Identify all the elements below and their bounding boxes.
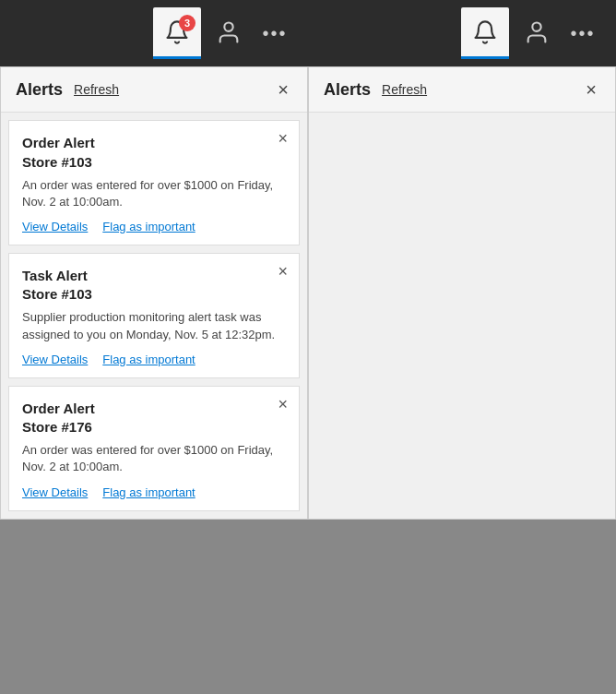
alert-2-flag-link[interactable]: Flag as important (102, 353, 195, 366)
right-ellipsis-icon: ••• (570, 23, 595, 44)
alert-1-flag-link[interactable]: Flag as important (102, 220, 195, 233)
svg-point-1 (532, 22, 540, 30)
bell-badge: 3 (179, 15, 195, 31)
right-close-button[interactable]: × (582, 78, 600, 101)
alert-3-actions: View Details Flag as important (22, 485, 286, 499)
left-alerts-panel: Alerts Refresh × × Order Alert Store #10… (0, 66, 308, 520)
alert-3-title: Order Alert (22, 400, 286, 418)
alert-2-view-details-link[interactable]: View Details (22, 353, 88, 366)
alert-card-3: × Order Alert Store #176 An order was en… (8, 386, 300, 511)
right-alerts-body (309, 113, 615, 519)
alert-1-close-button[interactable]: × (278, 130, 288, 147)
left-user-button[interactable] (205, 7, 253, 59)
left-refresh-link[interactable]: Refresh (74, 82, 119, 97)
alert-3-view-details-link[interactable]: View Details (22, 485, 88, 499)
right-panel: ••• Alerts Refresh × (308, 0, 616, 520)
alert-1-body: An order was entered for over $1000 on F… (22, 177, 286, 210)
alert-1-actions: View Details Flag as important (22, 220, 286, 233)
alert-card-2: × Task Alert Store #103 Supplier product… (8, 253, 300, 378)
left-panel: 3 ••• Alerts Refresh × × (0, 0, 308, 520)
right-user-button[interactable] (513, 7, 561, 59)
left-alerts-title: Alerts (16, 80, 63, 100)
alert-2-subtitle: Store #103 (22, 286, 286, 302)
panels-container: 3 ••• Alerts Refresh × × (0, 0, 616, 520)
left-nav-bar: 3 ••• (0, 0, 308, 66)
alert-2-close-button[interactable]: × (278, 263, 288, 280)
ellipsis-icon: ••• (262, 23, 287, 44)
left-alerts-body: × Order Alert Store #103 An order was en… (1, 113, 307, 519)
alert-3-body: An order was entered for over $1000 on F… (22, 442, 286, 475)
alert-3-close-button[interactable]: × (278, 396, 288, 413)
svg-point-0 (224, 22, 232, 30)
alert-1-title: Order Alert (22, 134, 286, 152)
alert-3-subtitle: Store #176 (22, 419, 286, 435)
right-more-button[interactable]: ••• (564, 7, 601, 59)
right-refresh-link[interactable]: Refresh (382, 82, 427, 97)
alert-1-view-details-link[interactable]: View Details (22, 220, 88, 233)
left-more-button[interactable]: ••• (256, 7, 293, 59)
left-bell-button[interactable]: 3 (153, 7, 201, 59)
alert-2-body: Supplier production monitoring alert tas… (22, 309, 286, 342)
right-bell-button[interactable] (461, 7, 509, 59)
left-close-button[interactable]: × (274, 78, 292, 101)
alert-2-actions: View Details Flag as important (22, 353, 286, 366)
alert-3-flag-link[interactable]: Flag as important (102, 485, 195, 499)
alert-card-1: × Order Alert Store #103 An order was en… (8, 120, 300, 245)
right-nav-bar: ••• (308, 0, 616, 66)
right-alerts-title: Alerts (324, 80, 371, 100)
left-alerts-header: Alerts Refresh × (1, 67, 307, 113)
right-alerts-panel: Alerts Refresh × (308, 66, 616, 520)
right-alerts-header: Alerts Refresh × (309, 67, 615, 113)
alert-1-subtitle: Store #103 (22, 154, 286, 170)
alert-2-title: Task Alert (22, 267, 286, 285)
